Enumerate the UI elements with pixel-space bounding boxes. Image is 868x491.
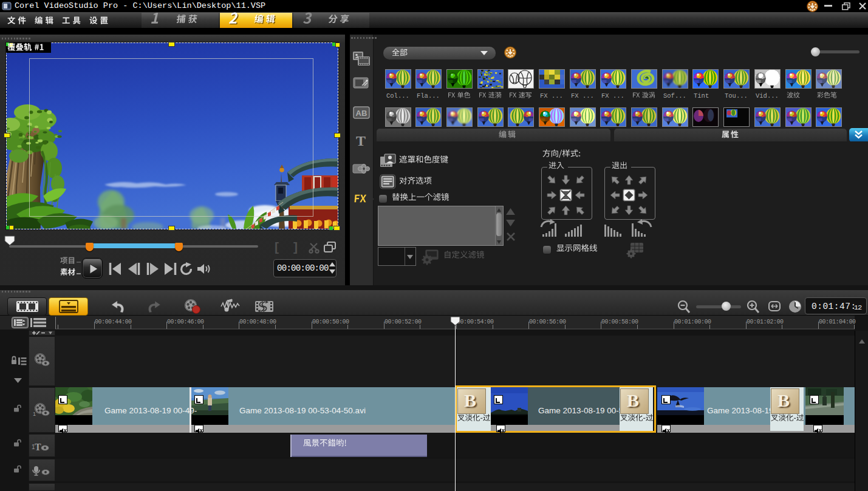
svg-text:AB: AB xyxy=(356,109,367,118)
svg-text:1: 1 xyxy=(33,411,36,417)
svg-text:T: T xyxy=(356,133,366,149)
svg-text:T: T xyxy=(35,442,41,452)
